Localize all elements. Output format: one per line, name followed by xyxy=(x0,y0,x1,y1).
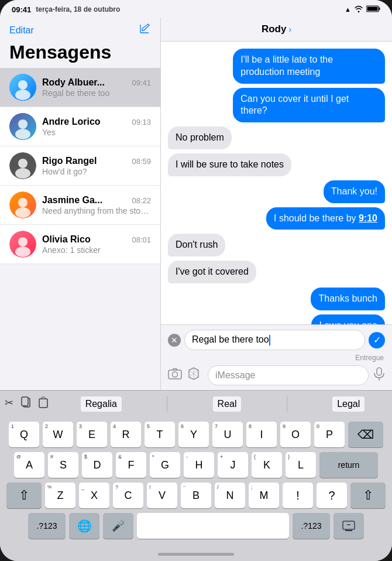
message-row: I've got it covered xyxy=(168,261,385,283)
svg-point-17 xyxy=(15,247,30,257)
contact-item-rody[interactable]: Rody Albuer... 09:41 Regal be there too xyxy=(0,68,160,107)
key-h[interactable]: -H xyxy=(184,452,214,478)
shift-key[interactable]: ⇧ xyxy=(6,483,42,508)
key-y[interactable]: 6Y xyxy=(178,422,209,447)
svg-point-11 xyxy=(15,168,30,179)
key-p[interactable]: 0P xyxy=(314,422,345,447)
main-content: Editar Mensagens xyxy=(0,18,392,390)
key-s[interactable]: #S xyxy=(48,452,78,478)
key-l[interactable]: )L xyxy=(286,452,316,478)
sidebar-title: Mensagens xyxy=(0,40,160,68)
delete-key[interactable]: ⌫ xyxy=(348,422,383,447)
contact-list: Rody Albuer... 09:41 Regal be there too xyxy=(0,68,160,390)
key-m[interactable]: ;M xyxy=(249,483,279,508)
edit-input-text: Regal be there too xyxy=(192,334,269,344)
svg-rect-23 xyxy=(22,397,28,406)
paste-icon[interactable] xyxy=(38,396,49,411)
avatar-olivia xyxy=(9,231,36,258)
key-e[interactable]: 3E xyxy=(77,422,107,447)
space-key[interactable] xyxy=(137,513,289,539)
keyboard: 1Q 2W 3E 4R 5T 6Y 7U 8I 9O 0P ⌫ @A #S $D… xyxy=(0,417,392,547)
contact-name-rigo: Rigo Rangel xyxy=(42,156,97,166)
contact-item-jasmine[interactable]: Jasmine Ga... 08:22 Need anything from t… xyxy=(0,186,160,225)
suggestion-regalia[interactable]: Regalia xyxy=(81,396,122,412)
key-f[interactable]: &F xyxy=(116,452,146,478)
contact-info-andre: Andre Lorico 09:13 Yes xyxy=(42,117,151,137)
sidebar: Editar Mensagens xyxy=(0,18,161,390)
key-z[interactable]: %Z xyxy=(45,483,75,508)
key-w[interactable]: 2W xyxy=(43,422,73,447)
chat-header-name: Rody xyxy=(262,23,287,35)
message-row: Don't rush xyxy=(168,234,385,256)
mic-button[interactable] xyxy=(373,367,385,384)
contact-preview-jasmine: Need anything from the store? xyxy=(42,206,151,215)
shift-key-right[interactable]: ⇧ xyxy=(350,483,386,508)
appstore-button[interactable] xyxy=(187,367,201,384)
key-o[interactable]: 9O xyxy=(280,422,311,447)
chat-area: Rody › I'll be a little late to the prod… xyxy=(161,18,392,390)
copy-icon[interactable] xyxy=(20,396,31,411)
key-j[interactable]: +J xyxy=(218,452,248,478)
chat-header-chevron[interactable]: › xyxy=(288,25,291,34)
mic-key[interactable]: 🎤 xyxy=(103,513,133,539)
chat-header: Rody › xyxy=(161,18,392,42)
key-v[interactable]: !V xyxy=(147,483,177,508)
cancel-edit-button[interactable]: ✕ xyxy=(168,334,181,347)
cut-icon[interactable]: ✂ xyxy=(5,396,13,411)
avatar-rody xyxy=(9,74,36,101)
contact-item-andre[interactable]: Andre Lorico 09:13 Yes xyxy=(0,107,160,146)
contact-name-andre: Andre Lorico xyxy=(42,117,101,127)
key-u[interactable]: 7U xyxy=(212,422,243,447)
editing-row: ✕ Regal be there too ✓ xyxy=(168,330,385,350)
keyboard-row-4: .?123 🌐 🎤 .?123 xyxy=(4,513,388,539)
key-d[interactable]: $D xyxy=(82,452,112,478)
bubble-sent-4: I should be there by 9:10 xyxy=(266,207,385,230)
suggestion-real[interactable]: Real xyxy=(213,396,242,412)
contact-time-jasmine: 08:22 xyxy=(132,196,151,205)
message-row: I should be there by 9:10 xyxy=(168,207,385,230)
status-bar: 09:41 terça-feira, 18 de outubro ▲ xyxy=(0,0,392,18)
svg-point-13 xyxy=(18,198,27,207)
time-link: 9:10 xyxy=(359,213,377,223)
message-row: I will be sure to take notes xyxy=(168,153,385,176)
dismiss-key[interactable] xyxy=(333,513,364,539)
edit-button[interactable]: Editar xyxy=(9,25,34,36)
key-c[interactable]: ?C xyxy=(113,483,143,508)
key-x[interactable]: _X xyxy=(79,483,109,508)
contact-item-rigo[interactable]: Rigo Rangel 08:59 How'd it go? xyxy=(0,146,160,186)
key-n[interactable]: /N xyxy=(215,483,245,508)
num-key-left[interactable]: .?123 xyxy=(28,513,66,539)
svg-point-5 xyxy=(15,90,30,100)
camera-button[interactable] xyxy=(168,368,182,383)
svg-point-14 xyxy=(15,207,30,218)
imessage-input[interactable]: iMessage xyxy=(208,365,369,385)
compose-button[interactable] xyxy=(138,22,151,38)
key-g[interactable]: *G xyxy=(150,452,180,478)
contact-item-olivia[interactable]: Olivia Rico 08:01 Anexo: 1 sticker xyxy=(0,225,160,264)
key-b[interactable]: ~B xyxy=(181,483,211,508)
edit-input-wrap[interactable]: Regal be there too xyxy=(184,330,365,350)
key-i[interactable]: 8I xyxy=(246,422,277,447)
key-q[interactable]: 1Q xyxy=(9,422,39,447)
key-exclamation[interactable]: ! xyxy=(283,483,313,508)
status-icons: ▲ xyxy=(345,5,380,14)
suggestion-legal[interactable]: Legal xyxy=(332,396,365,412)
emoji-key[interactable]: 🌐 xyxy=(69,513,99,539)
svg-point-19 xyxy=(173,372,178,377)
num-key-right[interactable]: .?123 xyxy=(293,513,330,539)
svg-rect-1 xyxy=(379,7,380,10)
return-key[interactable]: return xyxy=(319,452,378,478)
send-edit-button[interactable]: ✓ xyxy=(369,332,385,348)
svg-rect-20 xyxy=(377,368,381,375)
message-input-area: ✕ Regal be there too ✓ Entregue xyxy=(161,324,392,390)
message-row: No problem xyxy=(168,126,385,149)
key-r[interactable]: 4R xyxy=(111,422,141,447)
status-time: 09:41 xyxy=(12,5,31,14)
key-a[interactable]: @A xyxy=(14,452,44,478)
svg-rect-2 xyxy=(367,6,378,11)
key-k[interactable]: (K xyxy=(252,452,282,478)
key-question[interactable]: ? xyxy=(317,483,347,508)
key-t[interactable]: 5T xyxy=(145,422,175,447)
contact-time-rigo: 08:59 xyxy=(132,157,151,166)
battery-icon xyxy=(366,5,380,14)
